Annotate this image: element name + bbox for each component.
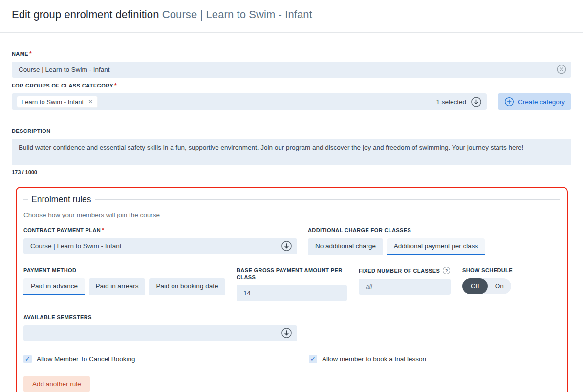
edit-group-enrolment-page: Edit group enrolment definition Course |…: [0, 0, 583, 392]
show-schedule-toggle[interactable]: Off On: [462, 278, 511, 294]
description-char-counter: 173 / 1000: [12, 169, 571, 175]
fieldset-line: [95, 199, 560, 200]
name-label: NAME*: [12, 50, 571, 57]
base-gross-payment-input[interactable]: [237, 285, 347, 301]
enrolment-rules-subtitle: Choose how your members will join the co…: [23, 211, 560, 218]
required-asterisk: *: [29, 50, 32, 57]
contract-payment-plan-value: Course | Learn to Swim - Infant: [30, 242, 281, 250]
enrolment-rules-legend: Enrolment rules: [28, 195, 95, 205]
dropdown-arrow-icon[interactable]: [281, 240, 292, 252]
fieldset-line: [23, 199, 28, 200]
additional-charge-label: ADDITIONAL CHARGE FOR CLASSES: [308, 227, 485, 234]
page-title: Edit group enrolment definition Course |…: [12, 8, 571, 21]
page-header: Edit group enrolment definition Course |…: [0, 0, 583, 33]
available-semesters-label: AVAILABLE SEMESTERS: [23, 314, 297, 321]
payment-method-label: PAYMENT METHOD: [23, 267, 225, 274]
paid-on-booking-date-button[interactable]: Paid on booking date: [149, 278, 225, 295]
contract-payment-plan-select[interactable]: Course | Learn to Swim - Infant: [23, 238, 297, 254]
clear-name-icon[interactable]: [556, 64, 567, 75]
chip-remove-icon[interactable]: ✕: [88, 98, 93, 105]
page-title-course: Course | Learn to Swim - Infant: [162, 8, 312, 21]
enrolment-rules-annotation-box: Enrolment rules Choose how your members …: [16, 187, 568, 392]
enrolment-rules-fieldset: Enrolment rules: [23, 195, 560, 205]
required-asterisk: *: [114, 82, 117, 89]
additional-payment-per-class-button[interactable]: Additional payment per class: [387, 238, 485, 255]
selected-count: 1 selected: [436, 98, 466, 106]
no-additional-charge-button[interactable]: No additional charge: [308, 238, 383, 255]
contract-payment-plan-label: CONTRACT PAYMENT PLAN*: [23, 227, 297, 234]
fixed-number-of-classes-label: FIXED NUMBER OF CLASSES ?: [359, 267, 451, 274]
page-title-prefix: Edit group enrolment definition: [12, 8, 159, 21]
add-another-rule-button[interactable]: Add another rule: [23, 376, 90, 392]
category-chip-label: Learn to Swim - Infant: [22, 98, 84, 106]
category-chip: Learn to Swim - Infant ✕: [17, 96, 98, 108]
name-input[interactable]: [12, 62, 571, 78]
category-label: FOR GROUPS OF CLASS CATEGORY*: [12, 82, 571, 89]
allow-cancel-booking-checkbox[interactable]: ✓: [23, 355, 32, 363]
dropdown-arrow-icon[interactable]: [281, 327, 292, 339]
base-gross-payment-label: BASE GROSS PAYMENT AMOUNT PER CLASS: [237, 267, 347, 281]
create-category-button[interactable]: Create category: [498, 93, 571, 110]
show-schedule-off[interactable]: Off: [462, 278, 488, 294]
show-schedule-on[interactable]: On: [488, 283, 511, 290]
paid-in-advance-button[interactable]: Paid in advance: [23, 278, 85, 295]
fixed-number-of-classes-input[interactable]: [359, 279, 451, 295]
allow-cancel-booking-label: Allow Member To Cancel Booking: [37, 355, 135, 363]
description-textarea[interactable]: Build water confidence and essential saf…: [12, 139, 571, 165]
paid-in-arrears-button[interactable]: Paid in arrears: [89, 278, 145, 295]
category-multiselect[interactable]: Learn to Swim - Infant ✕ 1 selected: [12, 93, 487, 110]
allow-trial-lesson-checkbox[interactable]: ✓: [309, 355, 317, 363]
create-category-label: Create category: [518, 98, 565, 106]
category-dropdown-icon[interactable]: [471, 96, 482, 108]
description-label: DESCRIPTION: [12, 128, 571, 134]
available-semesters-select[interactable]: [23, 325, 297, 341]
allow-trial-lesson-label: Allow member to book a trial lesson: [322, 355, 426, 363]
show-schedule-label: SHOW SCHEDULE: [462, 267, 513, 274]
plus-circle-icon: [504, 97, 514, 107]
required-asterisk: *: [102, 227, 104, 234]
help-icon[interactable]: ?: [443, 267, 450, 274]
